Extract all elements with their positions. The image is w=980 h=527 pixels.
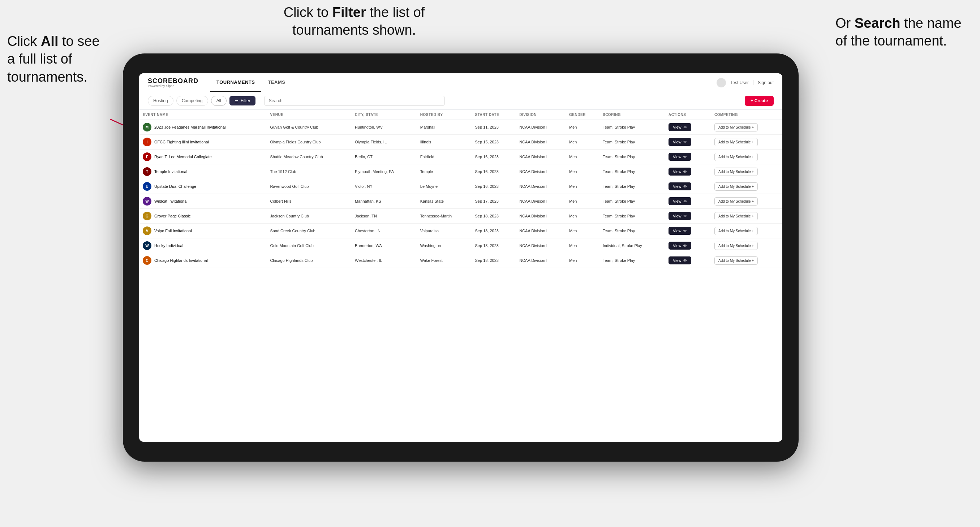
competing-0: Add to My Schedule + (711, 120, 782, 135)
col-actions: ACTIONS (665, 110, 711, 120)
eye-icon-5: 👁 (683, 199, 687, 203)
event-cell-7: V Valpo Fall Invitational (143, 227, 263, 235)
create-button[interactable]: + Create (745, 96, 774, 106)
view-button-8[interactable]: View 👁 (668, 242, 691, 249)
view-button-1[interactable]: View 👁 (668, 138, 691, 146)
event-cell-5: W Wildcat Invitational (143, 197, 263, 206)
scoring-2: Team, Stroke Play (599, 149, 665, 164)
tab-competing[interactable]: Competing (177, 96, 208, 106)
logo-subtitle: Powered by clippd (148, 84, 198, 88)
start-date-9: Sep 18, 2023 (472, 253, 516, 268)
actions-5: View 👁 (665, 194, 711, 209)
sign-out-link[interactable]: Sign out (758, 80, 774, 85)
actions-3: View 👁 (665, 164, 711, 179)
event-cell-9: C Chicago Highlands Invitational (143, 256, 263, 265)
annotation-right: Or Search the name of the tournament. (835, 14, 969, 50)
hosted-by-6: Tennessee-Martin (417, 209, 472, 224)
view-button-4[interactable]: View 👁 (668, 183, 691, 190)
view-button-9[interactable]: View 👁 (668, 256, 691, 264)
actions-8: View 👁 (665, 238, 711, 253)
gender-8: Men (566, 238, 599, 253)
nav-tab-tournaments[interactable]: TOURNAMENTS (210, 73, 261, 92)
table-row: W Husky Individual Gold Mountain Golf Cl… (139, 238, 782, 253)
eye-icon-4: 👁 (683, 184, 687, 189)
add-to-schedule-button-8[interactable]: Add to My Schedule + (714, 242, 758, 250)
col-event-name: EVENT NAME (139, 110, 266, 120)
nav-tab-teams[interactable]: TEAMS (261, 73, 292, 92)
team-logo-7: V (143, 227, 151, 235)
hosted-by-2: Fairfield (417, 149, 472, 164)
scoring-4: Team, Stroke Play (599, 179, 665, 194)
division-4: NCAA Division I (515, 179, 566, 194)
add-to-schedule-button-7[interactable]: Add to My Schedule + (714, 227, 758, 235)
table-row: F Ryan T. Lee Memorial Collegiate Shuttl… (139, 149, 782, 164)
event-name-8: Husky Individual (154, 243, 183, 248)
eye-icon-9: 👁 (683, 259, 687, 263)
table-row: M 2023 Joe Feaganes Marshall Invitationa… (139, 120, 782, 135)
start-date-1: Sep 15, 2023 (472, 135, 516, 149)
annotation-top: Click to Filter the list of tournaments … (253, 3, 455, 40)
tablet-device: SCOREBOARD Powered by clippd TOURNAMENTS… (123, 54, 799, 462)
table-row: C Chicago Highlands Invitational Chicago… (139, 253, 782, 268)
main-nav: TOURNAMENTS TEAMS (210, 73, 717, 92)
scoring-6: Team, Stroke Play (599, 209, 665, 224)
eye-icon-0: 👁 (683, 125, 687, 129)
add-to-schedule-button-2[interactable]: Add to My Schedule + (714, 153, 758, 161)
eye-icon-6: 👁 (683, 214, 687, 218)
search-input[interactable] (264, 96, 445, 106)
add-to-schedule-button-6[interactable]: Add to My Schedule + (714, 212, 758, 220)
view-button-0[interactable]: View 👁 (668, 123, 691, 131)
event-name-6: Grover Page Classic (154, 214, 191, 218)
division-2: NCAA Division I (515, 149, 566, 164)
table-row: V Valpo Fall Invitational Sand Creek Cou… (139, 224, 782, 238)
scoring-3: Team, Stroke Play (599, 164, 665, 179)
add-to-schedule-button-3[interactable]: Add to My Schedule + (714, 168, 758, 176)
gender-7: Men (566, 224, 599, 238)
start-date-0: Sep 11, 2023 (472, 120, 516, 135)
event-name-2: Ryan T. Lee Memorial Collegiate (154, 155, 212, 159)
division-0: NCAA Division I (515, 120, 566, 135)
view-button-3[interactable]: View 👁 (668, 168, 691, 176)
add-to-schedule-button-0[interactable]: Add to My Schedule + (714, 123, 758, 132)
toolbar: Hosting Competing All ☰ Filter + Create (139, 92, 782, 110)
event-cell-8: W Husky Individual (143, 241, 263, 250)
division-8: NCAA Division I (515, 238, 566, 253)
app-logo: SCOREBOARD (148, 77, 198, 85)
hosted-by-5: Kansas State (417, 194, 472, 209)
add-to-schedule-button-9[interactable]: Add to My Schedule + (714, 256, 758, 265)
add-to-schedule-button-5[interactable]: Add to My Schedule + (714, 197, 758, 206)
start-date-8: Sep 18, 2023 (472, 238, 516, 253)
filter-button[interactable]: ☰ Filter (229, 96, 256, 105)
city-state-6: Jackson, TN (351, 209, 417, 224)
tab-all[interactable]: All (211, 96, 227, 106)
competing-6: Add to My Schedule + (711, 209, 782, 224)
competing-7: Add to My Schedule + (711, 224, 782, 238)
event-name-9: Chicago Highlands Invitational (154, 258, 208, 263)
team-logo-0: M (143, 123, 151, 132)
city-state-8: Bremerton, WA (351, 238, 417, 253)
view-button-2[interactable]: View 👁 (668, 153, 691, 161)
event-name-5: Wildcat Invitational (154, 199, 188, 203)
add-to-schedule-button-1[interactable]: Add to My Schedule + (714, 138, 758, 146)
venue-1: Olympia Fields Country Club (266, 135, 351, 149)
competing-2: Add to My Schedule + (711, 149, 782, 164)
city-state-2: Berlin, CT (351, 149, 417, 164)
view-label-0: View (673, 125, 681, 129)
tab-hosting[interactable]: Hosting (148, 96, 173, 106)
competing-3: Add to My Schedule + (711, 164, 782, 179)
actions-6: View 👁 (665, 209, 711, 224)
event-cell-0: M 2023 Joe Feaganes Marshall Invitationa… (143, 123, 263, 132)
event-name-3: Temple Invitational (154, 170, 187, 174)
view-button-6[interactable]: View 👁 (668, 212, 691, 220)
view-button-7[interactable]: View 👁 (668, 227, 691, 235)
start-date-7: Sep 18, 2023 (472, 224, 516, 238)
view-button-5[interactable]: View 👁 (668, 197, 691, 205)
header-right: Test User Sign out (717, 78, 774, 87)
team-logo-4: U (143, 182, 151, 191)
view-label-2: View (673, 155, 681, 159)
team-logo-5: W (143, 197, 151, 206)
add-to-schedule-button-4[interactable]: Add to My Schedule + (714, 183, 758, 191)
hosted-by-0: Marshall (417, 120, 472, 135)
tournaments-table-wrapper[interactable]: EVENT NAME VENUE CITY, STATE HOSTED BY S… (139, 110, 782, 442)
venue-4: Ravenwood Golf Club (266, 179, 351, 194)
